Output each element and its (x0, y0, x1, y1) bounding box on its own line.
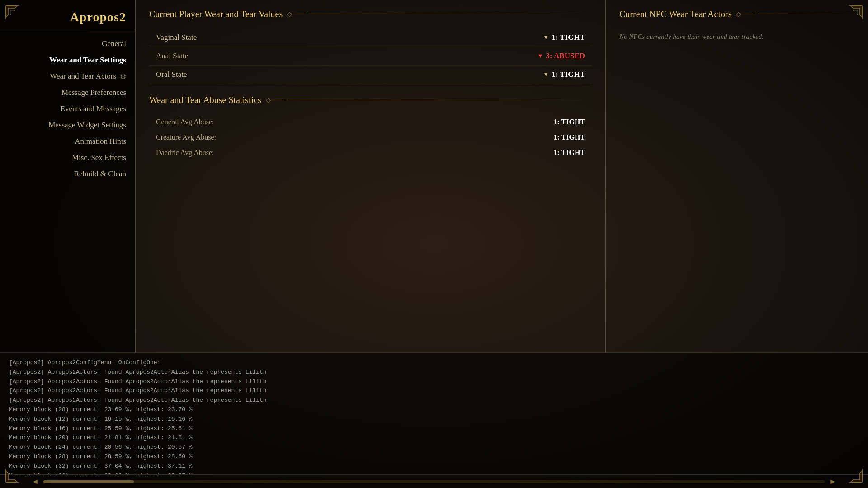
console-line: Memory block (20) current: 21.81 %, high… (9, 433, 859, 443)
npc-section-header: Current NPC Wear Tear Actors ◇─── (619, 9, 854, 19)
daedric-avg-value: 1: TIGHT (554, 149, 585, 157)
menu-panel: Apropos2 General Wear and Tear Settings … (0, 0, 868, 352)
stats-section-line (288, 100, 592, 100)
section-diamond-icon: ◇─── (287, 10, 306, 18)
corner-decoration-bl (4, 457, 31, 484)
sidebar-item-message-preferences-label: Message Preferences (61, 88, 126, 97)
console-line: [Apropos2] Apropos2Actors: Found Apropos… (9, 386, 859, 396)
general-avg-value: 1: TIGHT (554, 118, 585, 126)
sidebar-item-animation-hints-label: Animation Hints (75, 137, 126, 146)
stats-section-diamond-icon: ◇─── (266, 96, 284, 104)
npc-empty-message: No NPCs currently have their wear and te… (619, 28, 854, 45)
stats-section-title: Wear and Tear Abuse Statistics (149, 95, 261, 105)
npc-section-diamond-icon: ◇─── (736, 10, 755, 18)
corner-decoration-tl (4, 4, 31, 31)
scroll-thumb (43, 480, 134, 483)
oral-state-row: Oral State ▼ 1: TIGHT (149, 66, 592, 84)
sidebar-item-misc-sex-effects[interactable]: Misc. Sex Effects (0, 150, 135, 166)
creature-avg-row: Creature Avg Abuse: 1: TIGHT (149, 130, 592, 145)
sidebar-item-message-widget[interactable]: Message Widget Settings (0, 117, 135, 133)
console-line: Memory block (28) current: 28.59 %, high… (9, 452, 859, 462)
anal-state-row: Anal State ▼ 3: ABUSED (149, 47, 592, 66)
player-section-header: Current Player Wear and Tear Values ◇─── (149, 9, 592, 19)
sidebar-item-misc-sex-effects-label: Misc. Sex Effects (72, 153, 126, 162)
general-avg-row: General Avg Abuse: 1: TIGHT (149, 114, 592, 130)
player-values-table: Vaginal State ▼ 1: TIGHT Anal State ▼ 3:… (149, 28, 592, 84)
oral-state-label: Oral State (156, 70, 187, 79)
corner-decoration-tr (837, 4, 864, 31)
sidebar-item-events-messages-label: Events and Messages (61, 104, 126, 113)
console-line: [Apropos2] Apropos2Actors: Found Apropos… (9, 377, 859, 387)
console-area: [Apropos2] Apropos2ConfigMenu: OnConfigO… (0, 352, 868, 474)
anal-arrow-icon: ▼ (538, 52, 543, 60)
sidebar-item-message-widget-label: Message Widget Settings (48, 121, 126, 130)
console-line: Memory block (32) current: 37.04 %, high… (9, 462, 859, 471)
sidebar-item-rebuild-clean[interactable]: Rebuild & Clean (0, 166, 135, 182)
stats-section-header: Wear and Tear Abuse Statistics ◇─── (149, 95, 592, 105)
vaginal-state-value: ▼ 1: TIGHT (543, 33, 585, 42)
anal-state-value: ▼ 3: ABUSED (538, 52, 585, 61)
sidebar-item-wear-tear-settings[interactable]: Wear and Tear Settings (0, 52, 135, 68)
sidebar-item-events-messages[interactable]: Events and Messages (0, 101, 135, 117)
console-line: Memory block (08) current: 23.69 %, high… (9, 405, 859, 415)
sidebar-item-general[interactable]: General (0, 36, 135, 52)
vaginal-state-row: Vaginal State ▼ 1: TIGHT (149, 28, 592, 47)
console-line: Memory block (16) current: 25.59 %, high… (9, 424, 859, 434)
general-avg-label: General Avg Abuse: (156, 118, 214, 126)
gear-icon: ⚙ (120, 72, 126, 81)
console-line: [Apropos2] Apropos2Actors: Found Apropos… (9, 396, 859, 405)
oral-arrow-icon: ▼ (543, 71, 549, 78)
console-line: [Apropos2] Apropos2Actors: Found Apropos… (9, 368, 859, 377)
sidebar-item-wear-tear-settings-label: Wear and Tear Settings (49, 56, 126, 65)
vaginal-state-label: Vaginal State (156, 33, 197, 42)
player-section-title: Current Player Wear and Tear Values (149, 9, 283, 19)
sidebar-item-rebuild-clean-label: Rebuild & Clean (74, 169, 126, 178)
bottom-bar: ◄ ► (0, 474, 868, 488)
sidebar-item-message-preferences[interactable]: Message Preferences (0, 84, 135, 101)
right-panel: Current NPC Wear Tear Actors ◇─── No NPC… (606, 0, 868, 352)
oral-state-value: ▼ 1: TIGHT (543, 70, 585, 79)
vaginal-arrow-icon: ▼ (543, 34, 549, 41)
stats-table: General Avg Abuse: 1: TIGHT Creature Avg… (149, 114, 592, 160)
creature-avg-label: Creature Avg Abuse: (156, 133, 216, 141)
console-line: Memory block (12) current: 16.15 %, high… (9, 415, 859, 424)
npc-section-title: Current NPC Wear Tear Actors (619, 9, 731, 19)
sidebar-item-animation-hints[interactable]: Animation Hints (0, 133, 135, 150)
section-line (310, 14, 592, 14)
corner-decoration-br (837, 457, 864, 484)
console-line: [Apropos2] Apropos2ConfigMenu: OnConfigO… (9, 358, 859, 368)
creature-avg-value: 1: TIGHT (554, 133, 585, 141)
sidebar-item-general-label: General (102, 39, 126, 48)
main-container: Apropos2 General Wear and Tear Settings … (0, 0, 868, 488)
sidebar: Apropos2 General Wear and Tear Settings … (0, 0, 136, 352)
daedric-avg-row: Daedric Avg Abuse: 1: TIGHT (149, 145, 592, 160)
scroll-track[interactable] (43, 480, 825, 483)
console-line: Memory block (24) current: 20.56 %, high… (9, 443, 859, 452)
daedric-avg-label: Daedric Avg Abuse: (156, 149, 214, 157)
anal-state-label: Anal State (156, 52, 188, 61)
sidebar-item-wear-tear-actors-label: Wear and Tear Actors (50, 72, 116, 81)
sidebar-item-wear-tear-actors[interactable]: Wear and Tear Actors ⚙ (0, 68, 135, 84)
center-panel: Current Player Wear and Tear Values ◇───… (136, 0, 606, 352)
stats-section: Wear and Tear Abuse Statistics ◇─── Gene… (149, 95, 592, 160)
console-line: Memory block (36) current: 29.06 %, high… (9, 471, 859, 474)
